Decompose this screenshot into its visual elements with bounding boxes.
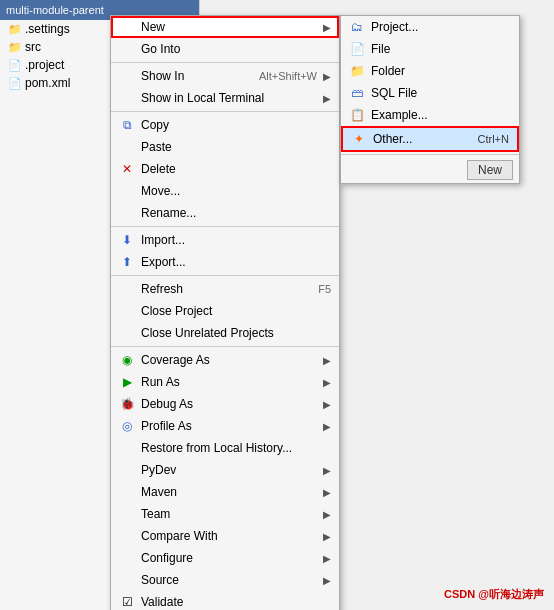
arrow-icon: ▶	[323, 377, 331, 388]
submenu-item-sql-file[interactable]: 🗃 SQL File	[341, 82, 519, 104]
profile-icon: ◎	[119, 418, 135, 434]
menu-item-coverage-as[interactable]: ◉ Coverage As ▶	[111, 349, 339, 371]
menu-item-label: Validate	[141, 595, 331, 609]
tree-label: src	[25, 40, 41, 54]
menu-item-show-terminal[interactable]: Show in Local Terminal ▶	[111, 87, 339, 109]
menu-item-maven[interactable]: Maven ▶	[111, 481, 339, 503]
submenu-item-new-btn-row: New	[341, 157, 519, 183]
menu-item-label: SQL File	[371, 86, 511, 100]
arrow-icon: ▶	[323, 553, 331, 564]
menu-item-label: Maven	[141, 485, 317, 499]
new-menu-icon	[119, 19, 135, 35]
arrow-icon: ▶	[323, 509, 331, 520]
menu-item-team[interactable]: Team ▶	[111, 503, 339, 525]
arrow-icon: ▶	[323, 71, 331, 82]
menu-item-label: Coverage As	[141, 353, 317, 367]
menu-item-validate[interactable]: ☑ Validate	[111, 591, 339, 610]
refresh-icon	[119, 281, 135, 297]
menu-item-label: Configure	[141, 551, 317, 565]
other-icon: ✦	[351, 131, 367, 147]
menu-item-label: Show In	[141, 69, 253, 83]
menu-item-delete[interactable]: ✕ Delete	[111, 158, 339, 180]
debug-icon: 🐞	[119, 396, 135, 412]
shortcut-label: Alt+Shift+W	[259, 70, 317, 82]
tree-label: .settings	[25, 22, 70, 36]
menu-item-rename[interactable]: Rename...	[111, 202, 339, 224]
menu-item-import[interactable]: ⬇ Import...	[111, 229, 339, 251]
menu-item-label: Copy	[141, 118, 331, 132]
move-icon	[119, 183, 135, 199]
new-button[interactable]: New	[467, 160, 513, 180]
menu-item-label: Show in Local Terminal	[141, 91, 317, 105]
submenu-item-project[interactable]: 🗂 Project...	[341, 16, 519, 38]
menu-item-label: Profile As	[141, 419, 317, 433]
menu-item-close-project[interactable]: Close Project	[111, 300, 339, 322]
menu-item-configure[interactable]: Configure ▶	[111, 547, 339, 569]
menu-item-label: Paste	[141, 140, 331, 154]
menu-item-label: Folder	[371, 64, 511, 78]
menu-item-restore[interactable]: Restore from Local History...	[111, 437, 339, 459]
arrow-icon: ▶	[323, 22, 331, 33]
shortcut-label: F5	[318, 283, 331, 295]
tree-label: pom.xml	[25, 76, 70, 90]
restore-icon	[119, 440, 135, 456]
terminal-icon	[119, 90, 135, 106]
menu-item-label: Compare With	[141, 529, 317, 543]
menu-item-label: Rename...	[141, 206, 331, 220]
menu-separator	[111, 275, 339, 276]
show-in-icon	[119, 68, 135, 84]
team-icon	[119, 506, 135, 522]
menu-item-label: Team	[141, 507, 317, 521]
menu-item-label: Export...	[141, 255, 331, 269]
close-project-icon	[119, 303, 135, 319]
watermark: CSDN @听海边涛声	[444, 587, 544, 602]
menu-item-move[interactable]: Move...	[111, 180, 339, 202]
menu-separator	[341, 154, 519, 155]
menu-item-label: Run As	[141, 375, 317, 389]
folder-icon: 📁	[8, 41, 22, 54]
run-icon: ▶	[119, 374, 135, 390]
menu-item-export[interactable]: ⬆ Export...	[111, 251, 339, 273]
submenu-item-other[interactable]: ✦ Other... Ctrl+N	[341, 126, 519, 152]
arrow-icon: ▶	[323, 93, 331, 104]
folder-icon: 📁	[349, 63, 365, 79]
menu-item-compare-with[interactable]: Compare With ▶	[111, 525, 339, 547]
configure-icon	[119, 550, 135, 566]
menu-item-label: Source	[141, 573, 317, 587]
menu-item-run-as[interactable]: ▶ Run As ▶	[111, 371, 339, 393]
delete-icon: ✕	[119, 161, 135, 177]
menu-item-label: PyDev	[141, 463, 317, 477]
copy-icon: ⧉	[119, 117, 135, 133]
menu-item-profile-as[interactable]: ◎ Profile As ▶	[111, 415, 339, 437]
validate-icon: ☑	[119, 594, 135, 610]
menu-item-label: Restore from Local History...	[141, 441, 331, 455]
rename-icon	[119, 205, 135, 221]
menu-item-show-in[interactable]: Show In Alt+Shift+W ▶	[111, 65, 339, 87]
menu-item-refresh[interactable]: Refresh F5	[111, 278, 339, 300]
compare-icon	[119, 528, 135, 544]
menu-item-debug-as[interactable]: 🐞 Debug As ▶	[111, 393, 339, 415]
arrow-icon: ▶	[323, 575, 331, 586]
menu-item-label: Debug As	[141, 397, 317, 411]
menu-item-label: Move...	[141, 184, 331, 198]
submenu-item-folder[interactable]: 📁 Folder	[341, 60, 519, 82]
menu-item-close-unrelated[interactable]: Close Unrelated Projects	[111, 322, 339, 344]
arrow-icon: ▶	[323, 465, 331, 476]
file-icon: 📄	[8, 59, 22, 72]
arrow-icon: ▶	[323, 399, 331, 410]
arrow-icon: ▶	[323, 531, 331, 542]
submenu-item-file[interactable]: 📄 File	[341, 38, 519, 60]
menu-item-source[interactable]: Source ▶	[111, 569, 339, 591]
shortcut-label: Ctrl+N	[478, 133, 509, 145]
menu-separator	[111, 62, 339, 63]
submenu-item-example[interactable]: 📋 Example...	[341, 104, 519, 126]
pydev-icon	[119, 462, 135, 478]
menu-item-label: New	[141, 20, 317, 34]
paste-icon	[119, 139, 135, 155]
maven-icon	[119, 484, 135, 500]
menu-item-go-into[interactable]: Go Into	[111, 38, 339, 60]
menu-item-copy[interactable]: ⧉ Copy	[111, 114, 339, 136]
menu-item-new[interactable]: New ▶	[111, 16, 339, 38]
menu-item-pydev[interactable]: PyDev ▶	[111, 459, 339, 481]
menu-item-paste[interactable]: Paste	[111, 136, 339, 158]
